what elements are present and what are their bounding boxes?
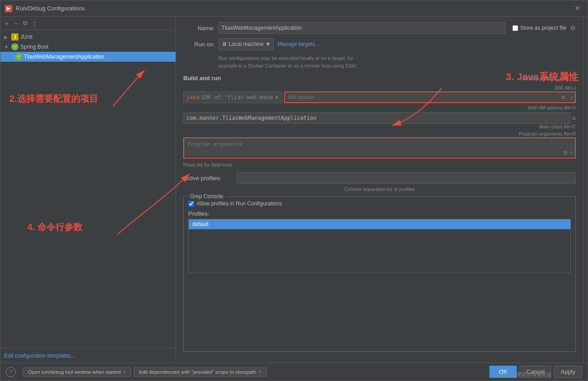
tree-item-junit[interactable]: ▶ J JUnit — [0, 32, 176, 42]
vm-fullscreen-btn[interactable]: ⤢ — [570, 95, 574, 100]
toolbar: + − ⧉ ↕ — [0, 17, 176, 30]
active-profiles-input[interactable] — [236, 172, 576, 184]
modify-options-area: Modify options × Alt+M — [522, 75, 576, 82]
vm-expand-btn[interactable]: ⧉ — [561, 95, 565, 100]
vm-options-input[interactable] — [284, 91, 576, 103]
active-profiles-label: Active profiles: — [183, 175, 233, 181]
prog-args-hint-row: Program arguments Alt+R — [183, 131, 576, 136]
section-title: Build and run — [183, 75, 221, 82]
app-icon: 🌱 — [15, 53, 22, 60]
sdk-text: SDK of 'tlias-web-mana — [201, 94, 273, 100]
title-bar: ▶ Run/Debug Configurations ✕ — [0, 0, 588, 17]
csdn-watermark: CSDN @爱诺尔雷迪亚兹 — [497, 371, 552, 378]
profiles-label: Profiles: — [188, 210, 571, 217]
main-class-input[interactable] — [183, 112, 570, 124]
window-icon: ▶ — [5, 5, 12, 12]
prog-args-input[interactable] — [184, 138, 575, 156]
vm-options-container: ⧉ ⤢ — [284, 91, 576, 103]
grep-legend: Grep Console — [188, 193, 225, 200]
content-area: + − ⧉ ↕ ▶ J JUnit ▼ 🌱 Spring Boot — [0, 17, 588, 363]
springboot-icon: 🌱 — [11, 43, 18, 50]
section-header: Build and run Modify options × Alt+M — [183, 75, 576, 82]
move-button[interactable]: ↕ — [31, 19, 38, 28]
tree-item-springboot[interactable]: ▼ 🌱 Spring Boot — [0, 42, 176, 52]
allow-profiles-label: Allow profiles in Run Configurations — [197, 200, 282, 207]
run-on-row: Run on: 🖥 Local machine ▼ Manage targets… — [183, 38, 576, 50]
grep-section: Grep Console Allow profiles in Run Confi… — [183, 196, 576, 352]
tag1-label: Open run/debug tool window when started — [28, 369, 121, 375]
gear-icon[interactable]: ⚙ — [570, 24, 576, 32]
add-button[interactable]: + — [3, 19, 10, 28]
prog-fullscreen-btn[interactable]: ⤢ — [569, 150, 573, 156]
bottom-tags: Open run/debug tool window when started … — [23, 367, 489, 376]
store-label: Store as project file — [520, 25, 566, 31]
store-checkbox[interactable] — [512, 25, 518, 31]
title-bar-text: Run/Debug Configurations — [16, 5, 85, 12]
tag1-close[interactable]: ✕ — [122, 369, 126, 374]
jre-hint-row: JRE Alt+J — [183, 85, 576, 91]
tree-label-app: TliasWebManagementApplication — [24, 54, 104, 60]
left-panel: + − ⧉ ↕ ▶ J JUnit ▼ 🌱 Spring Boot — [0, 17, 176, 363]
remove-button[interactable]: − — [12, 19, 19, 28]
main-class-expand-btn[interactable]: ⧉ — [572, 115, 576, 121]
modify-hint: × Alt+M — [559, 76, 576, 81]
run-on-dropdown[interactable]: 🖥 Local machine ▼ — [218, 38, 274, 50]
scrollbar[interactable] — [583, 17, 588, 363]
tag-run-debug[interactable]: Open run/debug tool window when started … — [23, 367, 131, 376]
edit-templates-link[interactable]: Edit configuration templates... — [4, 353, 75, 359]
prog-expand-btn[interactable]: ⧉ — [564, 150, 567, 156]
left-bottom: Edit configuration templates... — [0, 348, 176, 363]
junit-icon: J — [11, 33, 18, 41]
sdk-dropdown[interactable]: java SDK of 'tlias-web-mana ▼ — [183, 91, 282, 103]
manage-targets-link[interactable]: Manage targets... — [277, 41, 319, 47]
tree-toggle-springboot: ▼ — [4, 45, 10, 50]
store-checkbox-area: Store as project file ⚙ — [512, 24, 576, 32]
add-vm-hint-row: Add VM options Alt+V — [183, 105, 576, 110]
tag-dependencies[interactable]: Add dependencies with "provided" scope t… — [134, 367, 267, 376]
allow-profiles-checkbox[interactable] — [188, 201, 194, 207]
name-input[interactable] — [218, 22, 505, 34]
name-row: Name: Store as project file ⚙ — [183, 22, 576, 34]
profiles-list: default — [188, 219, 571, 273]
run-on-icon: 🖥 — [222, 41, 227, 47]
jre-hint: JRE Alt+J — [554, 85, 576, 91]
run-on-value: Local machine — [229, 41, 263, 47]
active-profiles-row: Active profiles: — [183, 172, 576, 184]
main-class-row: ⧉ Main class Alt+C — [183, 112, 576, 129]
tree-area: ▶ J JUnit ▼ 🌱 Spring Boot 🌱 TliasWebMana… — [0, 30, 176, 348]
press-alt-hint: Press Alt for field hints — [183, 162, 576, 168]
tag2-close[interactable]: ✕ — [258, 369, 262, 374]
grep-checkbox-row: Allow profiles in Run Configurations — [188, 200, 571, 207]
tree-item-app[interactable]: 🌱 TliasWebManagementApplication — [0, 52, 176, 62]
add-vm-hint: Add VM options Alt+V — [528, 105, 576, 110]
sdk-dropdown-arrow: ▼ — [275, 95, 279, 100]
main-class-hint: Main class Alt+C — [539, 124, 576, 129]
tag2-label: Add dependencies with "provided" scope t… — [139, 369, 256, 375]
info-text: Run configurations may be executed local… — [218, 54, 576, 69]
build-row: java SDK of 'tlias-web-mana ▼ ⧉ ⤢ — [183, 91, 576, 103]
prog-args-row: ⧉ ⤢ — [183, 137, 576, 159]
right-panel: Name: Store as project file ⚙ Run on: 🖥 … — [176, 17, 583, 363]
close-button[interactable]: ✕ — [572, 3, 583, 14]
profile-item-default[interactable]: default — [189, 219, 570, 229]
apply-button[interactable]: Apply — [554, 366, 582, 378]
tree-label-junit: JUnit — [20, 34, 32, 40]
help-button[interactable]: ? — [6, 367, 16, 377]
prog-args-hint: Program arguments Alt+R — [519, 131, 576, 136]
name-label: Name: — [183, 25, 215, 32]
sdk-keyword: java — [186, 94, 199, 100]
copy-button[interactable]: ⧉ — [21, 18, 29, 28]
tree-toggle-junit: ▶ — [4, 35, 10, 40]
tree-label-springboot: Spring Boot — [20, 44, 49, 50]
run-on-label: Run on: — [183, 41, 215, 48]
dropdown-arrow: ▼ — [265, 41, 271, 47]
comma-hint: Comma separated list of profiles — [183, 186, 576, 192]
dialog-window: ▶ Run/Debug Configurations ✕ + − ⧉ ↕ ▶ J… — [0, 0, 588, 381]
modify-options-link[interactable]: Modify options — [522, 75, 557, 82]
